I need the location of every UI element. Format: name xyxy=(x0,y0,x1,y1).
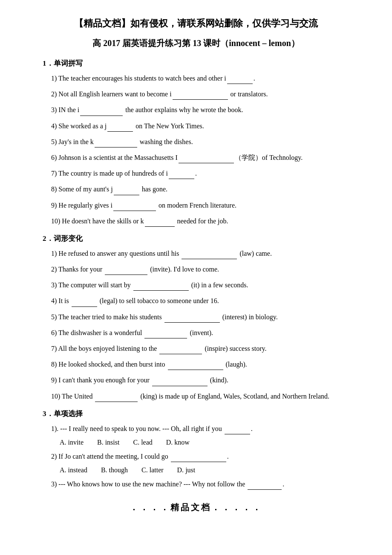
q1-10-num: 10) xyxy=(51,217,60,225)
q2-9-blank xyxy=(152,386,208,386)
q1-2: 2) Not all English learners want to beco… xyxy=(51,88,366,100)
q1-6-blank xyxy=(179,163,234,163)
q2-1-num: 1) xyxy=(51,250,57,257)
mcq3-suffix: . xyxy=(282,480,284,488)
mcq2-option-b-label: B. xyxy=(101,466,107,474)
q2-6-text: The dishwasher is a wonderful xyxy=(58,329,142,336)
q2-7: 7) All the boys enjoyed listening to the… xyxy=(51,343,366,354)
q2-3-num: 3) xyxy=(51,281,57,289)
q2-9-suffix: (kind). xyxy=(210,376,228,384)
mcq2-suffix: . xyxy=(227,453,229,460)
q2-6-blank xyxy=(144,338,187,338)
section2-title: 2．词形变化 xyxy=(43,234,366,243)
q2-8-text: He looked shocked, and then burst into xyxy=(58,361,165,368)
q2-4-blank xyxy=(72,306,97,307)
q1-7-num: 7) xyxy=(51,170,57,177)
q1-4-suffix: on The New York Times. xyxy=(135,122,204,130)
mcq1-text: --- I really need to speak to you now. -… xyxy=(60,425,222,432)
q1-8: 8) Some of my aunt's j has gone. xyxy=(51,183,366,195)
q2-5: 5) The teacher tried to make his student… xyxy=(51,311,366,323)
mcq1-suffix: . xyxy=(251,425,253,432)
q1-3: 3) IN the i the author explains why he w… xyxy=(51,104,366,116)
mcq1-blank xyxy=(225,434,250,434)
q2-2-text: Thanks for your xyxy=(58,266,102,273)
q1-10-suffix: needed for the job. xyxy=(177,217,228,225)
q2-6-suffix: (invent). xyxy=(190,329,213,336)
q2-1-blank xyxy=(182,259,237,259)
q2-4-suffix: (legal) to sell tobacco to someone under… xyxy=(100,297,219,304)
q1-5-blank xyxy=(95,147,137,147)
q1-2-suffix: or translators. xyxy=(231,90,268,98)
q1-9: 9) He regularly gives i on modern French… xyxy=(51,199,366,211)
q2-8-blank xyxy=(168,370,223,370)
mcq2-option-c: C. latter xyxy=(141,466,164,474)
q2-7-blank xyxy=(159,354,202,354)
q2-1-suffix: (law) came. xyxy=(239,250,272,257)
mcq1-num: 1). xyxy=(51,425,58,432)
watermark-text: 【精品文档】如有侵权，请联系网站删除，仅供学习与交流 xyxy=(26,17,366,30)
q1-6-suffix: （学院）of Technology. xyxy=(235,154,303,161)
q2-9-text: I can't thank you enough for your xyxy=(58,376,150,384)
q2-8-suffix: (laugh). xyxy=(226,361,247,368)
mcq1-option-b-label: B. xyxy=(97,439,104,446)
q1-8-blank xyxy=(114,195,139,195)
mcq2-option-c-value: latter xyxy=(150,466,164,474)
section3-content: 1). --- I really need to speak to you no… xyxy=(51,423,366,490)
q2-10-num: 10) xyxy=(51,393,60,400)
section3-title: 3．单项选择 xyxy=(43,409,366,419)
q1-9-suffix: on modern French literature. xyxy=(159,202,236,209)
mcq2-option-a-label: A. xyxy=(60,466,66,474)
q1-7: 7) The country is made up of hundreds of… xyxy=(51,168,366,179)
q1-1-text: The teacher encourages his students to w… xyxy=(58,75,226,82)
q1-2-num: 2) xyxy=(51,90,57,98)
q1-7-suffix: . xyxy=(195,170,197,177)
q2-7-num: 7) xyxy=(51,345,57,352)
q1-7-blank xyxy=(169,179,194,179)
q2-3-text: The computer will start by xyxy=(58,281,131,289)
q2-4: 4) It is (legal) to sell tobacco to some… xyxy=(51,295,366,306)
mcq2-option-d: D. just xyxy=(177,466,196,474)
mcq2-option-d-label: D. xyxy=(177,466,184,474)
q1-9-num: 9) xyxy=(51,202,57,209)
mcq1: 1). --- I really need to speak to you no… xyxy=(51,423,366,434)
q2-9: 9) I can't thank you enough for your (ki… xyxy=(51,374,366,386)
q2-5-num: 5) xyxy=(51,313,57,321)
mcq2-option-b: B. though xyxy=(101,466,128,474)
mcq1-option-c-label: C. xyxy=(133,439,139,446)
mcq3-num: 3) xyxy=(51,480,57,488)
q1-1: 1) The teacher encourages his students t… xyxy=(51,72,366,84)
mcq1-option-c-value: lead xyxy=(141,439,153,446)
section1-title: 1．单词拼写 xyxy=(43,58,366,68)
q1-3-text: IN the i xyxy=(58,106,79,113)
q1-6-num: 6) xyxy=(51,154,57,161)
mcq1-option-d: D. know xyxy=(166,439,190,446)
mcq2-option-c-label: C. xyxy=(141,466,148,474)
q1-2-blank xyxy=(173,99,228,100)
q2-8-num: 8) xyxy=(51,361,57,368)
q1-4-text: She worked as a j xyxy=(58,122,107,130)
q1-9-text: He regularly gives i xyxy=(58,202,112,209)
mcq1-option-b-value: insist xyxy=(105,439,120,446)
q1-3-blank xyxy=(80,116,123,116)
q1-5-num: 5) xyxy=(51,138,57,145)
q2-3-blank xyxy=(133,290,189,291)
q1-4: 4) She worked as a j on The New York Tim… xyxy=(51,120,366,132)
q1-1-suffix: . xyxy=(254,75,255,82)
q2-5-suffix: (interest) in biology. xyxy=(222,313,278,321)
q1-8-text: Some of my aunt's j xyxy=(58,185,112,193)
q1-10-text: He doesn't have the skills or k xyxy=(62,217,144,225)
q2-2-num: 2) xyxy=(51,266,57,273)
q1-3-num: 3) xyxy=(51,106,57,113)
q1-4-blank xyxy=(107,131,133,132)
section1-list: 1) The teacher encourages his students t… xyxy=(51,72,366,227)
q1-1-num: 1) xyxy=(51,75,57,82)
q2-10-text: The United xyxy=(62,393,92,400)
q2-4-text: It is xyxy=(58,297,69,304)
mcq2-num: 2) xyxy=(51,453,57,460)
mcq1-option-a-value: invite xyxy=(68,439,84,446)
q1-6-text: Johnson is a scientist at the Massachuse… xyxy=(58,154,178,161)
q1-5: 5) Jay's in the k washing the dishes. xyxy=(51,136,366,147)
q2-6: 6) The dishwasher is a wonderful (invent… xyxy=(51,327,366,338)
mcq3-text: --- Who knows how to use the new machine… xyxy=(58,480,245,488)
q2-3-suffix: (it) in a few seconds. xyxy=(191,281,248,289)
